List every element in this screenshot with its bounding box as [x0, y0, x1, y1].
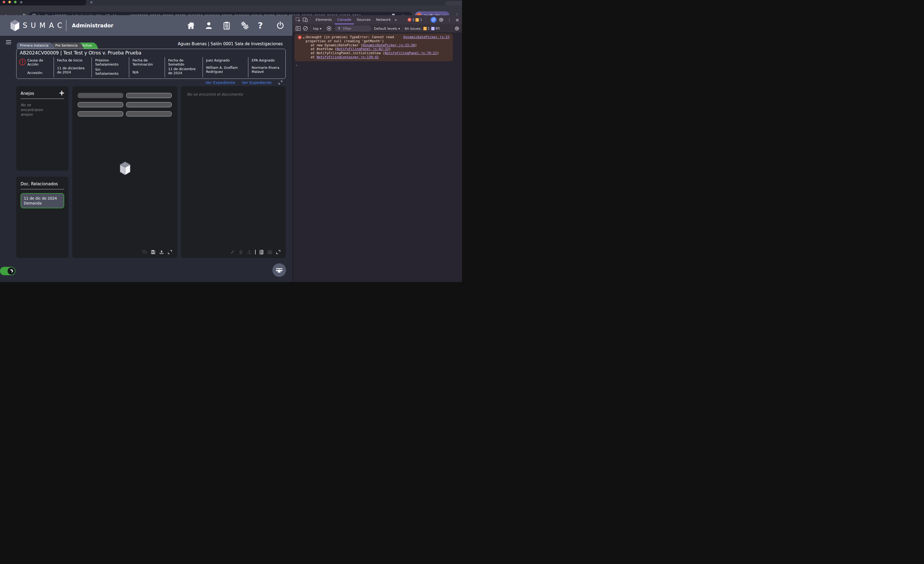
anejos-panel: Anejos + No se encontraron anejos [16, 86, 69, 171]
app-header: SUMAC Administrador [0, 15, 292, 36]
courtroom-title: Aguas Buenas | Salón 0001 Sala de Invest… [174, 42, 283, 46]
error-message: Uncaught (in promise) TypeError: Cannot … [306, 35, 406, 44]
download-icon[interactable] [159, 249, 164, 255]
form-placeholder-field[interactable] [78, 102, 123, 107]
devtools-settings-icon[interactable] [438, 17, 444, 23]
expand-triangle-icon[interactable]: ▶ [303, 36, 304, 44]
docs-title: Doc. Relacionados [21, 182, 64, 186]
stack-text: ) [415, 44, 417, 47]
form-placeholder-field[interactable] [126, 93, 172, 98]
issues-summary[interactable]: 84 Issues: [405, 27, 422, 31]
devtools-tab-network[interactable]: Network [374, 15, 393, 24]
console-prompt[interactable]: › [296, 63, 297, 68]
divider [21, 99, 64, 99]
ver-expediente-link-2[interactable]: Ver Expediente [242, 81, 272, 85]
devtools-tab-console[interactable]: Console [335, 15, 354, 24]
form-placeholder-field[interactable] [126, 102, 172, 107]
field-label: Causa de Acción [27, 58, 51, 66]
stack-link[interactable]: NotifyFilingPanel.js:70:22 [385, 51, 437, 55]
save-icon[interactable] [151, 249, 156, 255]
stack-text: at NotifyFilingPanel.initializeView ( [310, 51, 385, 55]
issues-warning-icon: ! [423, 27, 427, 30]
clear-console-icon[interactable] [303, 26, 309, 32]
window-fragment [446, 1, 462, 5]
screen: ← → ↻ localhost:61045/portal/admin.html#… [0, 0, 462, 282]
delete-icon[interactable] [238, 249, 243, 255]
settings-gears-icon[interactable] [240, 21, 249, 30]
expand-icon[interactable] [278, 80, 283, 85]
browser-active-tab[interactable] [0, 0, 86, 5]
form-placeholder-field[interactable] [78, 93, 123, 98]
power-icon[interactable] [276, 21, 285, 30]
devtools-menu-icon[interactable]: ⋮ [445, 17, 453, 22]
devtools-tab-elements[interactable]: Elements [313, 15, 335, 24]
devtools-close-icon[interactable]: × [454, 17, 462, 23]
more-tabs-icon[interactable]: » [393, 18, 398, 22]
divider [324, 26, 324, 32]
download-icon[interactable] [247, 249, 252, 255]
user-icon[interactable] [204, 21, 213, 30]
dark-mode-toggle[interactable] [0, 267, 15, 275]
filter-funnel-icon [338, 27, 341, 30]
window-close-button[interactable] [3, 1, 5, 3]
error-source-link[interactable]: DynamicDatePicker.js:23 [404, 35, 450, 39]
console-error-entry: ✕ ▶ Uncaught (in promise) TypeError: Can… [295, 34, 453, 61]
doc-type: Demanda [24, 201, 61, 206]
stack-text: at [310, 55, 316, 59]
expand-icon[interactable] [276, 249, 281, 255]
expand-icon[interactable] [167, 249, 172, 255]
hamburger-menu-icon[interactable] [6, 40, 11, 45]
devtools-tab-sources[interactable]: Sources [354, 15, 373, 24]
stack-link[interactable]: NotifyFilingContainer.js:139:41 [316, 55, 379, 59]
live-expression-icon[interactable] [326, 26, 332, 32]
case-summary-panel: AB2024CV00009 | Test Test y Otros v. Pru… [16, 49, 286, 79]
issues-doc-icon [431, 27, 435, 30]
sumac-logo-icon [10, 20, 20, 32]
send-email-icon[interactable] [142, 249, 147, 255]
console-sidebar-icon[interactable] [295, 26, 301, 32]
tab-primera-instancia[interactable]: Primera Instancia [17, 42, 51, 49]
browser-tab-strip [0, 0, 462, 5]
stack-frame: at new DynamicDatePicker (DynamicDatePic… [298, 44, 450, 47]
toggle-knob [8, 267, 15, 274]
tab-pre-sentencia[interactable]: Pre Sentencia [52, 42, 80, 49]
browser-toolbar: ← → ↻ localhost:61045/portal/admin.html#… [0, 5, 462, 15]
form-placeholder-field[interactable] [126, 111, 172, 117]
console-settings-icon[interactable] [454, 26, 460, 32]
device-toolbar-icon[interactable] [302, 17, 308, 23]
filter-input[interactable] [343, 26, 368, 31]
console-error-badge-icon[interactable]: ✕ [408, 18, 411, 22]
case-title: AB2024CV00009 | Test Test y Otros v. Pru… [20, 50, 141, 56]
log-levels-selector[interactable]: Default levels ▾ [374, 27, 400, 31]
field-label: Juez Asignado [206, 58, 246, 62]
stack-text: ) [389, 47, 391, 51]
help-icon[interactable]: ? [258, 21, 267, 30]
console-filter[interactable] [335, 26, 371, 32]
ai-assistant-icon[interactable] [430, 17, 436, 23]
stack-link[interactable]: NotifyFilingPanel.js:82:32 [337, 47, 389, 51]
form-placeholder-field[interactable] [78, 111, 123, 117]
field-value: 11 de diciembre de 2024 [57, 66, 86, 74]
justice-scales-button[interactable] [272, 263, 286, 277]
issues-warning-count: 1 [428, 27, 430, 30]
inspect-element-icon[interactable] [295, 17, 301, 23]
divider [310, 26, 311, 32]
context-selector[interactable]: top ▾ [313, 27, 321, 31]
context-label: top [313, 27, 318, 31]
divider [402, 26, 402, 32]
window-zoom-button[interactable] [14, 1, 16, 3]
home-icon[interactable] [186, 21, 195, 30]
add-anejo-button[interactable]: + [59, 89, 65, 96]
attachment-icon[interactable] [259, 249, 264, 255]
issues-doc-count: 83 [435, 27, 440, 30]
related-doc-item[interactable]: 11 de dic de 2024 Demanda [21, 193, 64, 208]
clipboard-icon[interactable] [222, 21, 231, 30]
stack-link[interactable]: DynamicDatePicker.js:23:28 [363, 44, 415, 47]
stack-frame: at NotifyFilingPanel.initializeView (Not… [298, 51, 450, 55]
window-minimize-button[interactable] [8, 1, 11, 3]
link-folder-icon[interactable] [267, 249, 272, 255]
ver-expediente-link-1[interactable]: Ver Expediente [206, 81, 236, 85]
console-warning-badge-icon[interactable]: ! [416, 18, 419, 22]
field-label: Fecha de Inicio [57, 58, 90, 62]
edit-icon[interactable] [230, 249, 235, 255]
